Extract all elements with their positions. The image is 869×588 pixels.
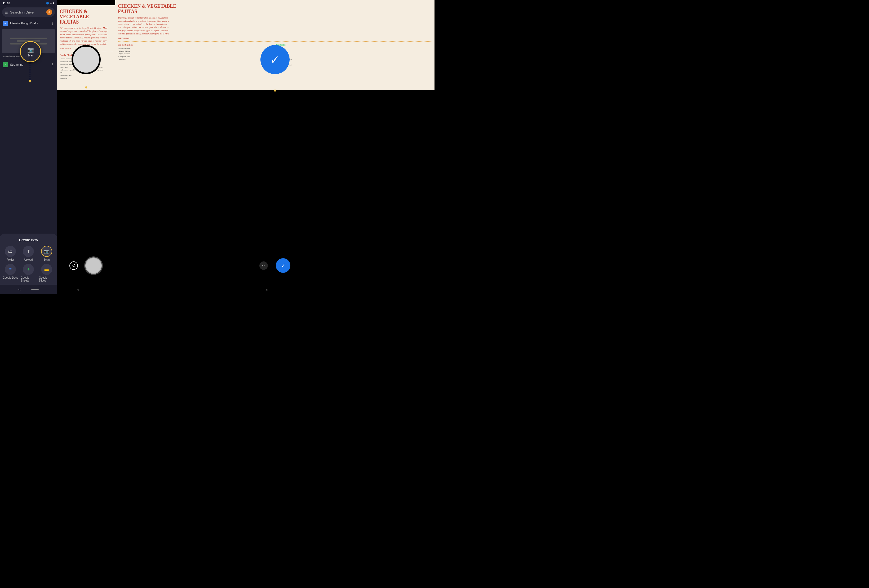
nav-pill-left [31, 289, 39, 290]
capture-ring-mid[interactable] [71, 45, 101, 74]
left-panel: 11:18 🔵 ▲ ▮ ☰ Search in Drive A ≡ Lifewi… [0, 0, 57, 294]
doc-title-right: CHICKEN & VEGETABLEFAJITAS [118, 4, 432, 14]
yellow-dot-right [274, 89, 276, 92]
nav-pill-right [278, 290, 284, 290]
sheets-file-icon: + [3, 62, 8, 67]
capture-controls: ↺ [57, 245, 115, 286]
status-bar: 11:18 🔵 ▲ ▮ [0, 0, 57, 6]
scan-icon-circle: 📷 [41, 246, 52, 257]
nav-pill-mid [89, 290, 95, 290]
capture-inner-mid [86, 258, 101, 273]
doc-desc-right: This recipe appeals to the lazy/efficien… [118, 16, 432, 36]
doc-servings-right: SERVINGS: 6 [118, 37, 432, 39]
create-item-slides[interactable]: ▬ Google Slides [39, 264, 54, 282]
create-item-folder[interactable]: 🗁 Folder [3, 246, 18, 261]
chicken-col-right: For the Chicken 1 pound boneless, skinle… [118, 44, 274, 69]
sheets-icon-circle: + [23, 264, 34, 275]
veggie-col-right: Vegetables iced onioniced bell pepperjal… [276, 44, 432, 69]
capture-button-mid[interactable] [84, 256, 103, 275]
create-slides-label: Google Slides [39, 276, 54, 282]
battery-icon: ▮ [53, 2, 54, 4]
create-sheet-title: Create new [3, 238, 54, 242]
thumb-line-1 [10, 38, 47, 39]
nav-bar-left: < [0, 285, 57, 294]
retake-icon: ↩ [262, 264, 265, 268]
search-bar[interactable]: ☰ Search in Drive A [2, 7, 55, 17]
more-options-icon[interactable]: ⋮ [50, 21, 54, 25]
create-item-docs[interactable]: ≡ Google Docs [3, 264, 18, 282]
create-folder-label: Folder [7, 258, 14, 261]
create-upload-label: Upload [24, 258, 33, 261]
create-sheets-label: Google Sheets [21, 276, 36, 282]
confirm-button[interactable]: ✓ [276, 258, 291, 273]
signal-icon: ▲ [50, 2, 52, 4]
folder-icon-circle: 🗁 [5, 246, 16, 257]
file-item-drafts[interactable]: ≡ Lifewire Rough Drafts ⋮ [0, 19, 57, 28]
bluetooth-icon: 🔵 [46, 2, 49, 4]
camera-icon: 📷 [27, 47, 34, 53]
rotate-icon: ↺ [72, 263, 76, 268]
confirm-controls: ↩ ✓ [115, 245, 434, 286]
back-button-mid[interactable]: < [77, 288, 79, 292]
status-time: 11:18 [3, 1, 10, 5]
veggie-list-right: iced onioniced bell pepperjalapeños, art… [276, 47, 432, 69]
menu-icon: ☰ [5, 10, 8, 14]
create-item-upload[interactable]: ⬆ Upload [21, 246, 36, 261]
chicken-title-right: For the Chicken [118, 44, 274, 46]
nav-bar-mid: < [57, 286, 115, 294]
back-button-left[interactable]: < [18, 287, 21, 292]
annotation-arrow [27, 56, 43, 87]
create-new-sheet: Create new 🗁 Folder ⬆ Upload 📷 Scan ≡ Go… [0, 234, 57, 285]
svg-point-1 [29, 80, 31, 82]
yellow-dot-mid [85, 86, 87, 89]
status-icons: 🔵 ▲ ▮ [46, 2, 54, 4]
nav-bar-right: < [115, 286, 434, 294]
checkmark-icon: ✓ [270, 53, 280, 67]
more-options-icon-2[interactable]: ⋮ [50, 62, 54, 67]
create-item-scan[interactable]: 📷 Scan [39, 246, 54, 261]
veggie-title-right: Vegetables [276, 44, 432, 46]
slides-icon-circle: ▬ [41, 264, 52, 275]
file-name-drafts: Lifewire Rough Drafts [10, 22, 49, 25]
chicken-list-right: 1 pound boneless, skinless chicken thigh… [118, 47, 274, 61]
right-panel: CHICKEN & VEGETABLEFAJITAS This recipe a… [115, 0, 434, 294]
confirm-ring-right[interactable]: ✓ [260, 45, 289, 74]
create-grid: 🗁 Folder ⬆ Upload 📷 Scan ≡ Google Docs +… [3, 246, 54, 282]
create-scan-label: Scan [43, 258, 49, 261]
search-input-label: Search in Drive [10, 10, 44, 14]
upload-icon-circle: ⬆ [23, 246, 34, 257]
doc-desc-mid: This recipe appeals to the lazy/efficien… [59, 27, 113, 46]
docs-icon-circle: ≡ [5, 264, 16, 275]
rotate-button[interactable]: ↺ [70, 261, 78, 270]
mid-panel: ⌄ CHICKEN & VEGETABLEFAJITAS This recipe… [57, 0, 115, 294]
docs-file-icon: ≡ [3, 21, 8, 26]
retake-button[interactable]: ↩ [260, 261, 268, 270]
avatar: A [46, 9, 52, 15]
confirm-check-icon: ✓ [281, 262, 286, 269]
create-docs-label: Google Docs [3, 276, 18, 279]
back-button-right[interactable]: < [266, 288, 268, 292]
capture-circle-overlay-mid[interactable] [71, 45, 101, 74]
confirm-circle-overlay-right[interactable]: ✓ [260, 45, 289, 74]
doc-title-mid: CHICKEN & VEGETABLEFAJITAS [59, 9, 113, 25]
create-item-sheets[interactable]: + Google Sheets [21, 264, 36, 282]
